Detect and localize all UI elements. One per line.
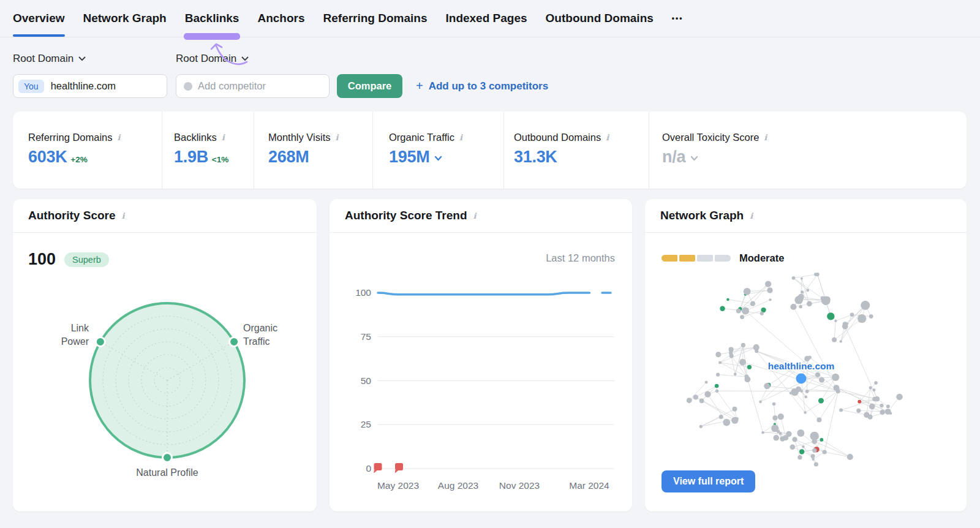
metric-value: 603K: [28, 148, 67, 167]
plus-icon: +: [416, 79, 423, 93]
info-icon[interactable]: i: [222, 133, 225, 142]
tab-backlinks[interactable]: Backlinks: [185, 0, 239, 37]
chevron-down-icon[interactable]: [690, 156, 698, 161]
tab-label: Backlinks: [185, 12, 239, 25]
svg-text:Link: Link: [71, 323, 89, 333]
card-title: Authority Score Trend: [345, 209, 467, 222]
view-full-report-button[interactable]: View full report: [662, 470, 755, 492]
metric-value: 268M: [268, 148, 309, 167]
tab-label: Network Graph: [83, 12, 167, 25]
card-header: Authority Score i: [13, 199, 317, 233]
card-header: Authority Score Trend i: [330, 199, 632, 233]
metric-label: Organic Traffic: [389, 132, 454, 143]
metric-label: Overall Toxicity Score: [662, 132, 759, 143]
svg-text:50: 50: [361, 375, 372, 386]
info-icon[interactable]: i: [335, 133, 338, 142]
network-graph-card: Network Graph i Moderate healthline.com …: [645, 199, 967, 511]
metric-value: 31.3K: [514, 148, 557, 167]
svg-text:25: 25: [361, 419, 371, 429]
root-domain-selector-you[interactable]: Root Domain: [13, 53, 86, 65]
svg-text:Mar 2024: Mar 2024: [569, 480, 609, 491]
svg-text:Organic: Organic: [243, 323, 277, 333]
authority-score-trend-card: Authority Score Trend i Last 12 months 0…: [330, 199, 632, 511]
tab-label: Overview: [13, 12, 65, 25]
tab-indexed-pages[interactable]: Indexed Pages: [446, 0, 527, 37]
svg-text:Aug 2023: Aug 2023: [438, 480, 478, 491]
info-icon[interactable]: i: [606, 133, 609, 142]
you-domain-input[interactable]: You healthline.com: [13, 74, 167, 98]
severity-segment: [679, 255, 695, 262]
chevron-down-icon: [78, 56, 86, 61]
metric-label: Outbound Domains: [514, 132, 601, 143]
tab-referring-domains[interactable]: Referring Domains: [323, 0, 428, 37]
metric-delta: +2%: [70, 155, 87, 164]
ellipsis-icon: •••: [672, 14, 684, 23]
svg-text:May 2023: May 2023: [377, 480, 419, 491]
card-header: Network Graph i: [645, 199, 967, 233]
authority-score-card: Authority Score i 100 Superb LinkPowerOr…: [13, 199, 317, 511]
severity-segment: [715, 255, 731, 262]
svg-text:0: 0: [366, 463, 371, 473]
severity-label: Moderate: [739, 252, 784, 264]
compare-button[interactable]: Compare: [337, 74, 402, 98]
info-icon[interactable]: i: [459, 133, 462, 142]
tab-label: Referring Domains: [323, 12, 428, 25]
metric-organic-traffic: Organic Traffic i 195M: [372, 111, 503, 189]
info-icon[interactable]: i: [122, 211, 125, 221]
annotation-arrow-icon: [203, 39, 252, 69]
add-competitors-label: Add up to 3 competitors: [429, 80, 549, 92]
metric-monthly-visits: Monthly Visits i 268M: [254, 111, 372, 189]
svg-text:100: 100: [355, 287, 371, 298]
toxicity-severity-meter: [662, 255, 731, 262]
you-domain-value: healthline.com: [51, 80, 116, 92]
metric-label: Referring Domains: [28, 132, 113, 143]
competitor-avatar-placeholder-icon: [184, 82, 192, 91]
competitor-placeholder-text: Add competitor: [198, 80, 266, 92]
svg-text:Traffic: Traffic: [243, 336, 270, 347]
authority-score-radar-chart: LinkPowerOrganicTrafficNatural Profile: [13, 233, 317, 511]
metric-delta: <1%: [212, 155, 228, 164]
tab-label: Outbound Domains: [546, 12, 654, 25]
tab-label: Anchors: [257, 12, 304, 25]
severity-segment: [697, 255, 713, 262]
toxicity-severity-row: Moderate: [662, 252, 784, 264]
add-competitors-link[interactable]: + Add up to 3 competitors: [416, 79, 548, 93]
metric-backlinks: Backlinks i 1.9B <1%: [162, 111, 254, 189]
metric-overall-toxicity-score: Overall Toxicity Score i n/a: [649, 111, 967, 189]
chevron-down-icon[interactable]: [434, 156, 442, 161]
metric-referring-domains: Referring Domains i 603K +2%: [13, 111, 162, 189]
svg-text:Power: Power: [61, 336, 89, 347]
scope-label-text: Root Domain: [13, 53, 74, 65]
you-badge: You: [18, 80, 44, 93]
metric-value: n/a: [662, 148, 685, 167]
more-tabs-button[interactable]: •••: [672, 0, 684, 37]
trend-period-label: Last 12 months: [546, 252, 615, 264]
severity-segment: [662, 255, 677, 262]
metric-label: Monthly Visits: [268, 132, 330, 143]
network-graph-visualization[interactable]: healthline.com: [645, 270, 967, 469]
metric-value: 1.9B: [174, 148, 208, 167]
tab-overview[interactable]: Overview: [13, 0, 65, 37]
card-title: Authority Score: [28, 209, 116, 222]
metric-outbound-domains: Outbound Domains i 31.3K: [503, 111, 649, 189]
backlink-analytics-page: Overview Network Graph Backlinks Anchors…: [0, 0, 980, 528]
info-icon[interactable]: i: [473, 211, 477, 221]
info-icon[interactable]: i: [750, 211, 753, 221]
svg-text:healthline.com: healthline.com: [768, 361, 835, 371]
summary-metrics-card: Referring Domains i 603K +2% Backlinks i…: [13, 111, 967, 189]
tab-network-graph[interactable]: Network Graph: [83, 0, 167, 37]
tab-outbound-domains[interactable]: Outbound Domains: [546, 0, 654, 37]
svg-text:75: 75: [361, 331, 371, 342]
card-title: Network Graph: [660, 209, 744, 222]
tab-anchors[interactable]: Anchors: [257, 0, 304, 37]
info-icon[interactable]: i: [764, 133, 767, 142]
authority-score-trend-chart: 0255075100May 2023Aug 2023Nov 2023Mar 20…: [330, 270, 632, 511]
metric-label: Backlinks: [174, 132, 217, 143]
report-tabs-nav: Overview Network Graph Backlinks Anchors…: [0, 0, 980, 37]
add-competitor-input[interactable]: Add competitor: [176, 74, 330, 98]
tab-label: Indexed Pages: [446, 12, 527, 25]
svg-text:Natural Profile: Natural Profile: [136, 467, 198, 478]
metric-value: 195M: [389, 148, 429, 167]
svg-text:Nov 2023: Nov 2023: [499, 480, 540, 491]
info-icon[interactable]: i: [118, 133, 121, 142]
